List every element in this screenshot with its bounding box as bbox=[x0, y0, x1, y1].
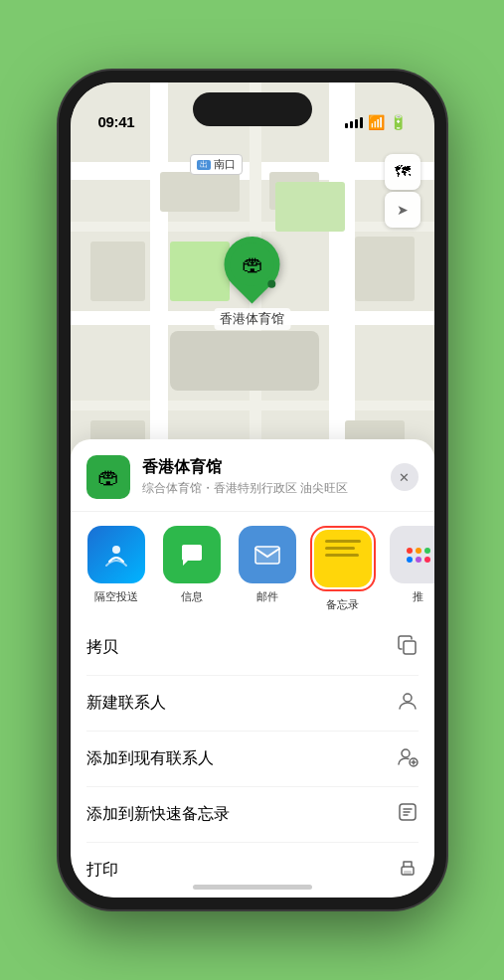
dot-row-2 bbox=[407, 557, 430, 563]
map-type-button[interactable]: 🗺 bbox=[385, 154, 420, 190]
messages-icon-wrap bbox=[163, 526, 221, 583]
stadium-marker[interactable]: 🏟 香港体育馆 bbox=[214, 237, 290, 330]
airdrop-label: 隔空投送 bbox=[94, 589, 138, 604]
share-item-notes[interactable]: 备忘录 bbox=[305, 526, 381, 612]
svg-rect-9 bbox=[404, 871, 412, 875]
sheet-header: 🏟 香港体育馆 综合体育馆・香港特别行政区 油尖旺区 ✕ bbox=[71, 439, 434, 512]
notes-line-2 bbox=[325, 547, 355, 550]
action-list: 拷贝 新建联系人 bbox=[71, 620, 434, 898]
action-quick-note[interactable]: 添加到新快速备忘录 bbox=[86, 787, 419, 843]
dynamic-island bbox=[193, 92, 312, 126]
stadium-name-label: 香港体育馆 bbox=[214, 308, 290, 330]
action-add-contact[interactable]: 添加到现有联系人 bbox=[86, 732, 419, 787]
phone-screen: 09:41 📶 🔋 bbox=[71, 82, 434, 898]
map-exit-label: 出 南口 bbox=[190, 154, 243, 175]
svg-point-0 bbox=[112, 546, 120, 554]
dot-purple bbox=[416, 557, 421, 563]
map-controls: 🗺 ➤ bbox=[385, 154, 420, 228]
stadium-pin: 🏟 bbox=[213, 225, 291, 303]
phone-frame: 09:41 📶 🔋 bbox=[59, 71, 446, 909]
messages-svg bbox=[176, 539, 208, 571]
svg-rect-3 bbox=[404, 641, 416, 654]
notes-selection-border bbox=[310, 526, 376, 591]
svg-point-4 bbox=[404, 694, 412, 702]
location-icon: ➤ bbox=[397, 202, 409, 218]
mail-icon-wrap bbox=[239, 526, 296, 583]
close-icon: ✕ bbox=[399, 470, 410, 485]
svg-rect-1 bbox=[255, 547, 279, 564]
action-copy-label: 拷贝 bbox=[86, 637, 118, 658]
stadium-pin-icon: 🏟 bbox=[242, 251, 263, 277]
new-contact-icon bbox=[397, 690, 419, 717]
home-indicator bbox=[193, 885, 312, 890]
more-label: 推 bbox=[413, 589, 423, 604]
svg-point-5 bbox=[402, 749, 410, 757]
venue-icon-emoji: 🏟 bbox=[97, 464, 119, 490]
action-quick-note-label: 添加到新快速备忘录 bbox=[86, 804, 230, 825]
mail-svg bbox=[252, 539, 283, 571]
action-add-contact-label: 添加到现有联系人 bbox=[86, 748, 214, 769]
messages-label: 信息 bbox=[181, 589, 203, 604]
bottom-sheet: 🏟 香港体育馆 综合体育馆・香港特别行政区 油尖旺区 ✕ bbox=[71, 439, 434, 898]
status-icons: 📶 🔋 bbox=[345, 114, 407, 130]
dot-orange bbox=[416, 548, 421, 554]
share-item-messages[interactable]: 信息 bbox=[154, 526, 230, 612]
status-time: 09:41 bbox=[98, 113, 135, 130]
dot-blue bbox=[407, 557, 413, 563]
action-copy[interactable]: 拷贝 bbox=[86, 620, 419, 676]
dot-green bbox=[424, 548, 430, 554]
print-icon bbox=[397, 857, 419, 884]
copy-icon bbox=[397, 634, 419, 661]
notes-line-3 bbox=[325, 554, 359, 557]
action-new-contact-label: 新建联系人 bbox=[86, 693, 166, 714]
venue-name: 香港体育馆 bbox=[142, 457, 379, 478]
signal-icon bbox=[345, 117, 363, 128]
venue-subtitle: 综合体育馆・香港特别行政区 油尖旺区 bbox=[142, 480, 379, 497]
airdrop-icon-wrap bbox=[87, 526, 145, 583]
stadium-pin-dot bbox=[267, 280, 275, 288]
notes-lines bbox=[317, 540, 369, 557]
location-button[interactable]: ➤ bbox=[385, 192, 420, 228]
share-item-more[interactable]: 推 bbox=[381, 526, 434, 612]
wifi-icon: 📶 bbox=[368, 114, 385, 130]
close-button[interactable]: ✕ bbox=[391, 463, 419, 491]
dot-pink bbox=[424, 557, 430, 563]
add-contact-icon bbox=[397, 745, 419, 772]
share-item-airdrop[interactable]: 隔空投送 bbox=[79, 526, 154, 612]
quick-note-icon bbox=[397, 801, 419, 828]
notes-line-1 bbox=[325, 540, 361, 543]
notes-icon-wrap bbox=[314, 530, 372, 587]
dot-row-1 bbox=[407, 548, 430, 554]
share-item-mail[interactable]: 邮件 bbox=[230, 526, 305, 612]
share-actions-row: 隔空投送 信息 bbox=[71, 512, 434, 620]
exit-icon: 出 bbox=[197, 160, 211, 170]
battery-icon: 🔋 bbox=[390, 114, 407, 130]
map-type-icon: 🗺 bbox=[395, 163, 411, 181]
dot-red bbox=[407, 548, 413, 554]
action-print-label: 打印 bbox=[86, 860, 118, 881]
more-dots-icon bbox=[390, 526, 434, 583]
notes-label: 备忘录 bbox=[326, 597, 359, 612]
venue-info: 香港体育馆 综合体育馆・香港特别行政区 油尖旺区 bbox=[142, 457, 379, 497]
mail-label: 邮件 bbox=[256, 589, 278, 604]
stadium-pin-inner: 🏟 bbox=[231, 243, 274, 286]
action-new-contact[interactable]: 新建联系人 bbox=[86, 676, 419, 732]
airdrop-svg bbox=[101, 540, 131, 570]
venue-icon: 🏟 bbox=[86, 455, 130, 499]
